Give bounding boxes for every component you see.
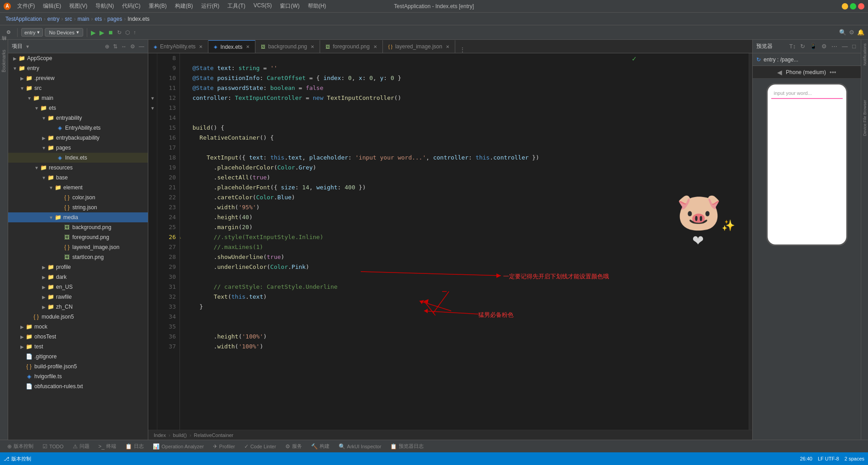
tree-item-build-profile[interactable]: ▶ { } build-profile.json5	[8, 362, 148, 371]
preview-device-icon[interactable]: 📱	[808, 43, 818, 50]
breadcrumb-main[interactable]: main	[77, 16, 89, 22]
build-refresh-button[interactable]: ↻	[117, 29, 122, 36]
tree-item-background[interactable]: ▶ 🖼 background.png	[8, 222, 148, 232]
tree-item-base[interactable]: ▼ 📁 base	[8, 173, 148, 183]
status-indent[interactable]: 2 spaces	[844, 456, 864, 461]
debug-run-button[interactable]: ▶	[99, 29, 104, 36]
tab-layered[interactable]: { } layered_image.json ✕	[383, 40, 456, 53]
bottom-tab-analyzer[interactable]: 📊 Operation Analyzer	[149, 442, 208, 451]
tabs-more-button[interactable]: ⋮	[457, 47, 468, 53]
preview-settings-icon[interactable]: ⚙	[820, 43, 828, 50]
menu-edit[interactable]: 编辑(E)	[39, 1, 65, 11]
status-vcs[interactable]: ⎇ 版本控制	[4, 456, 31, 462]
tree-item-layered[interactable]: ▶ { } layered_image.json	[8, 242, 148, 252]
bottom-tab-services[interactable]: ⚙ 服务	[282, 442, 306, 451]
tree-item-ohostest[interactable]: ▶ 📁 ohosTest	[8, 332, 148, 342]
tree-item-color-json[interactable]: ▶ { } color.json	[8, 193, 148, 202]
tree-item-index-ets[interactable]: ▶ ◈ Index.ets	[8, 153, 148, 163]
breadcrumb-pages[interactable]: pages	[107, 16, 122, 22]
no-devices-button[interactable]: No Devices ▾	[45, 28, 83, 37]
menu-file[interactable]: 文件(F)	[14, 1, 38, 11]
menu-refactor[interactable]: 重构(B)	[145, 1, 170, 11]
menu-help[interactable]: 帮助(H)	[304, 1, 330, 11]
fold-marker-15[interactable]: ▼	[148, 93, 157, 103]
preview-close-icon[interactable]: —	[840, 43, 849, 50]
tab-close-bg[interactable]: ✕	[311, 44, 314, 49]
tree-item-en_us[interactable]: ▶ 📁 en_US	[8, 282, 148, 292]
settings-toolbar-btn[interactable]: ⚙	[4, 27, 14, 38]
sidebar-add-icon[interactable]: ⊕	[105, 43, 109, 50]
tree-item-starticon[interactable]: ▶ 🖼 startIcon.png	[8, 252, 148, 262]
menu-tools[interactable]: 工具(T)	[224, 1, 249, 11]
preview-sync-icon[interactable]: ↻	[756, 56, 761, 63]
maximize-button[interactable]	[850, 3, 856, 9]
breadcrumb-app[interactable]: TestApplication	[5, 16, 42, 22]
preview-expand-icon[interactable]: □	[851, 43, 857, 50]
bottom-tab-arkui[interactable]: 🔍 ArkUI Inspector	[335, 442, 385, 451]
sidebar-expand-icon[interactable]: ↔	[121, 43, 127, 50]
breadcrumb-entry[interactable]: entry	[47, 16, 60, 22]
close-button[interactable]	[858, 3, 864, 9]
bottom-tab-preview-log[interactable]: 📋 预览器日志	[387, 442, 427, 451]
tree-item-module-json5[interactable]: ▶ { } module.json5	[8, 312, 148, 322]
profile-run-button[interactable]: ↑	[133, 29, 136, 36]
tab-close-index[interactable]: ✕	[246, 44, 250, 49]
editor-scrollbar[interactable]	[749, 53, 752, 430]
status-time[interactable]: 26:40	[800, 456, 812, 461]
tree-item-hvigorfile[interactable]: ▶ ◈ hvigorfile.ts	[8, 371, 148, 381]
tree-item-entryability-ets[interactable]: ▶ ◈ EntryAbility.ets	[8, 123, 148, 133]
tree-item-resources[interactable]: ▼ 📁 resources	[8, 163, 148, 173]
tree-item-entrybackupability[interactable]: ▶ 📁 entrybackupability	[8, 133, 148, 143]
side-tab-bookmarks[interactable]: Bookmarks	[0, 47, 7, 75]
menu-window[interactable]: 窗口(W)	[276, 1, 303, 11]
tree-item-entryability[interactable]: ▼ 📁 entryability	[8, 113, 148, 123]
breadcrumb-ets[interactable]: ets	[94, 16, 102, 22]
fold-marker-16[interactable]: ▼	[148, 103, 157, 113]
tree-item-dark[interactable]: ▶ 📁 dark	[8, 272, 148, 282]
menu-nav[interactable]: 导航(N)	[92, 1, 118, 11]
bottom-tab-vcs[interactable]: ⊕ 版本控制	[4, 442, 37, 451]
tab-close-entryability[interactable]: ✕	[199, 44, 203, 49]
tree-item-foreground[interactable]: ▶ 🖼 foreground.png	[8, 232, 148, 242]
search-everywhere-icon[interactable]: 🔍	[839, 29, 846, 36]
tab-background[interactable]: 🖼 background.png ✕	[255, 40, 320, 53]
preview-more-btn[interactable]: •••	[830, 69, 836, 76]
tab-foreground[interactable]: 🖼 foreground.png ✕	[320, 40, 382, 53]
tree-item-media[interactable]: ▼ 📁 media	[8, 212, 148, 222]
bottom-tab-todo[interactable]: ☑ TODO	[39, 442, 67, 451]
sidebar-dropdown-icon[interactable]: ▾	[26, 43, 29, 50]
tree-item-zh_cn[interactable]: ▶ 📁 zh_CN	[8, 302, 148, 312]
tree-item-src[interactable]: ▼ 📁 src	[8, 83, 148, 93]
preview-more-icon[interactable]: ⋯	[830, 43, 839, 50]
bottom-tab-codelinter[interactable]: ✓ Code Linter	[241, 442, 280, 451]
tree-item-string-json[interactable]: ▶ { } string.json	[8, 202, 148, 212]
tree-item-element[interactable]: ▼ 📁 element	[8, 183, 148, 193]
bottom-tab-terminal[interactable]: >_ 终端	[95, 442, 120, 451]
bottom-tab-issues[interactable]: ⚠ 问题	[69, 442, 93, 451]
bottom-tab-profiler[interactable]: ✈ Profiler	[209, 442, 239, 451]
right-tab-notifications[interactable]: Notifications	[862, 40, 868, 69]
stop-button[interactable]: ⏹	[108, 29, 113, 36]
menu-code[interactable]: 代码(C)	[118, 1, 144, 11]
tree-item-entry[interactable]: ▼ 📁 entry	[8, 63, 148, 73]
tab-close-fg[interactable]: ✕	[373, 44, 377, 49]
notifications-icon[interactable]: 🔔	[857, 29, 864, 36]
sidebar-settings-icon[interactable]: ⚙	[130, 43, 135, 50]
sidebar-collapse-icon[interactable]: —	[139, 43, 144, 50]
menu-build[interactable]: 构建(B)	[171, 1, 197, 11]
preview-back-btn[interactable]: ◀	[777, 69, 782, 76]
settings-icon[interactable]: ⚙	[849, 29, 854, 36]
tree-item-preview[interactable]: ▶ 📁 .preview	[8, 73, 148, 83]
breadcrumb-relcontainer[interactable]: RelativeContainer	[194, 432, 233, 438]
side-tab-item[interactable]: 结构	[0, 42, 8, 47]
tab-close-layered[interactable]: ✕	[446, 44, 449, 49]
status-encoding[interactable]: LF UTF-8	[818, 456, 839, 461]
tree-item-ets[interactable]: ▼ 📁 ets	[8, 103, 148, 113]
menu-run[interactable]: 运行(R)	[198, 1, 223, 11]
run-button[interactable]: ▶	[91, 29, 96, 36]
tree-item-rawfile[interactable]: ▶ 📁 rawfile	[8, 292, 148, 302]
bottom-tab-build[interactable]: 🔨 构建	[307, 442, 333, 451]
sidebar-sort-icon[interactable]: ⇅	[113, 43, 118, 50]
coverage-button[interactable]: ⬡	[125, 29, 130, 36]
tree-item-obfuscation[interactable]: ▶ 📄 obfuscation-rules.txt	[8, 381, 148, 391]
